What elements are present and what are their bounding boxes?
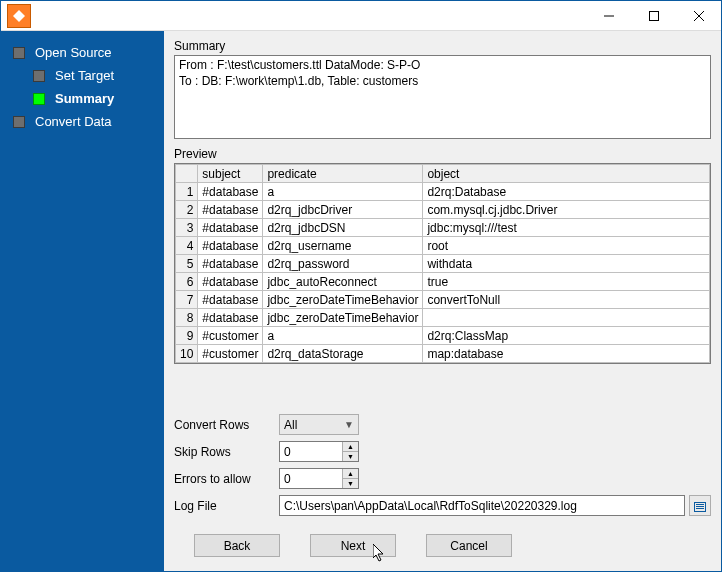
spinner-down-icon[interactable]: ▼ (342, 479, 358, 488)
table-row[interactable]: 4#databased2rq_usernameroot (176, 237, 710, 255)
sidebar-item-label: Open Source (35, 45, 112, 60)
step-indicator-icon (13, 47, 25, 59)
cell-subject[interactable]: #database (198, 237, 263, 255)
table-row[interactable]: 5#databased2rq_passwordwithdata (176, 255, 710, 273)
table-row[interactable]: 6#databasejdbc_autoReconnecttrue (176, 273, 710, 291)
preview-label: Preview (174, 147, 711, 161)
svg-rect-5 (696, 504, 704, 505)
step-indicator-icon (33, 70, 45, 82)
cell-object[interactable]: withdata (423, 255, 710, 273)
sidebar-item-summary[interactable]: Summary (1, 87, 164, 110)
skip-rows-label: Skip Rows (174, 445, 279, 459)
wizard-window: Open Source Set Target Summary Convert D… (0, 0, 722, 572)
svg-rect-7 (696, 508, 704, 509)
cell-subject[interactable]: #customer (198, 327, 263, 345)
row-number: 5 (176, 255, 198, 273)
cell-subject[interactable]: #database (198, 291, 263, 309)
row-number: 2 (176, 201, 198, 219)
options-panel: Convert Rows All ▼ Skip Rows 0 ▲▼ Errors… (174, 414, 711, 522)
cell-object[interactable]: d2rq:Database (423, 183, 710, 201)
cell-predicate[interactable]: jdbc_zeroDateTimeBehavior (263, 291, 423, 309)
table-row[interactable]: 2#databased2rq_jdbcDrivercom.mysql.cj.jd… (176, 201, 710, 219)
cell-object[interactable]: com.mysql.cj.jdbc.Driver (423, 201, 710, 219)
summary-text[interactable]: From : F:\test\customers.ttl DataMode: S… (174, 55, 711, 139)
spinner-down-icon[interactable]: ▼ (342, 452, 358, 461)
cell-subject[interactable]: #database (198, 219, 263, 237)
errors-label: Errors to allow (174, 472, 279, 486)
sidebar-item-convert-data[interactable]: Convert Data (1, 110, 164, 133)
row-number: 1 (176, 183, 198, 201)
sidebar-item-open-source[interactable]: Open Source (1, 41, 164, 64)
cell-predicate[interactable]: a (263, 183, 423, 201)
cell-subject[interactable]: #customer (198, 345, 263, 363)
cell-predicate[interactable]: a (263, 327, 423, 345)
maximize-button[interactable] (631, 1, 676, 31)
cell-predicate[interactable]: d2rq_password (263, 255, 423, 273)
cell-predicate[interactable]: jdbc_zeroDateTimeBehavior (263, 309, 423, 327)
wizard-sidebar: Open Source Set Target Summary Convert D… (1, 31, 164, 571)
row-number: 3 (176, 219, 198, 237)
minimize-button[interactable] (586, 1, 631, 31)
cell-predicate[interactable]: d2rq_username (263, 237, 423, 255)
table-row[interactable]: 10#customerd2rq_dataStoragemap:database (176, 345, 710, 363)
row-number: 8 (176, 309, 198, 327)
app-icon (7, 4, 31, 28)
table-row[interactable]: 3#databased2rq_jdbcDSNjdbc:mysql:///test (176, 219, 710, 237)
cell-subject[interactable]: #database (198, 273, 263, 291)
cell-predicate[interactable]: d2rq_jdbcDriver (263, 201, 423, 219)
table-row[interactable]: 7#databasejdbc_zeroDateTimeBehaviorconve… (176, 291, 710, 309)
cell-predicate[interactable]: d2rq_jdbcDSN (263, 219, 423, 237)
convert-rows-label: Convert Rows (174, 418, 279, 432)
cell-subject[interactable]: #database (198, 183, 263, 201)
titlebar (1, 1, 721, 31)
main-panel: Summary From : F:\test\customers.ttl Dat… (164, 31, 721, 571)
cell-object[interactable]: root (423, 237, 710, 255)
cell-subject[interactable]: #database (198, 309, 263, 327)
cell-object[interactable]: d2rq:ClassMap (423, 327, 710, 345)
back-button[interactable]: Back (194, 534, 280, 557)
svg-rect-1 (649, 11, 658, 20)
cancel-button[interactable]: Cancel (426, 534, 512, 557)
browse-button[interactable] (689, 495, 711, 516)
table-row[interactable]: 1#databasead2rq:Database (176, 183, 710, 201)
column-header[interactable]: object (423, 165, 710, 183)
row-number: 6 (176, 273, 198, 291)
step-indicator-icon (33, 93, 45, 105)
row-number: 7 (176, 291, 198, 309)
log-file-input[interactable]: C:\Users\pan\AppData\Local\RdfToSqlite\2… (279, 495, 685, 516)
log-file-label: Log File (174, 499, 279, 513)
row-number: 9 (176, 327, 198, 345)
column-header[interactable]: predicate (263, 165, 423, 183)
table-row[interactable]: 8#databasejdbc_zeroDateTimeBehavior (176, 309, 710, 327)
cell-predicate[interactable]: d2rq_dataStorage (263, 345, 423, 363)
convert-rows-select[interactable]: All ▼ (279, 414, 359, 435)
table-row[interactable]: 9#customerad2rq:ClassMap (176, 327, 710, 345)
spinner-up-icon[interactable]: ▲ (342, 469, 358, 479)
cell-subject[interactable]: #database (198, 255, 263, 273)
errors-spinner[interactable]: 0 ▲▼ (279, 468, 359, 489)
chevron-down-icon: ▼ (344, 419, 354, 430)
cell-object[interactable]: map:database (423, 345, 710, 363)
sidebar-item-label: Set Target (55, 68, 114, 83)
cell-object[interactable] (423, 309, 710, 327)
spinner-up-icon[interactable]: ▲ (342, 442, 358, 452)
close-button[interactable] (676, 1, 721, 31)
skip-rows-spinner[interactable]: 0 ▲▼ (279, 441, 359, 462)
sidebar-item-set-target[interactable]: Set Target (1, 64, 164, 87)
step-indicator-icon (13, 116, 25, 128)
cell-object[interactable]: convertToNull (423, 291, 710, 309)
cell-subject[interactable]: #database (198, 201, 263, 219)
cell-predicate[interactable]: jdbc_autoReconnect (263, 273, 423, 291)
cell-object[interactable]: jdbc:mysql:///test (423, 219, 710, 237)
svg-rect-6 (696, 506, 704, 507)
wizard-buttons: Back Next Cancel (174, 522, 711, 563)
cell-object[interactable]: true (423, 273, 710, 291)
preview-grid[interactable]: subjectpredicateobject1#databasead2rq:Da… (174, 163, 711, 364)
row-number: 4 (176, 237, 198, 255)
next-button[interactable]: Next (310, 534, 396, 557)
folder-icon (693, 499, 707, 513)
row-number: 10 (176, 345, 198, 363)
summary-label: Summary (174, 39, 711, 53)
column-header[interactable]: subject (198, 165, 263, 183)
sidebar-item-label: Convert Data (35, 114, 112, 129)
